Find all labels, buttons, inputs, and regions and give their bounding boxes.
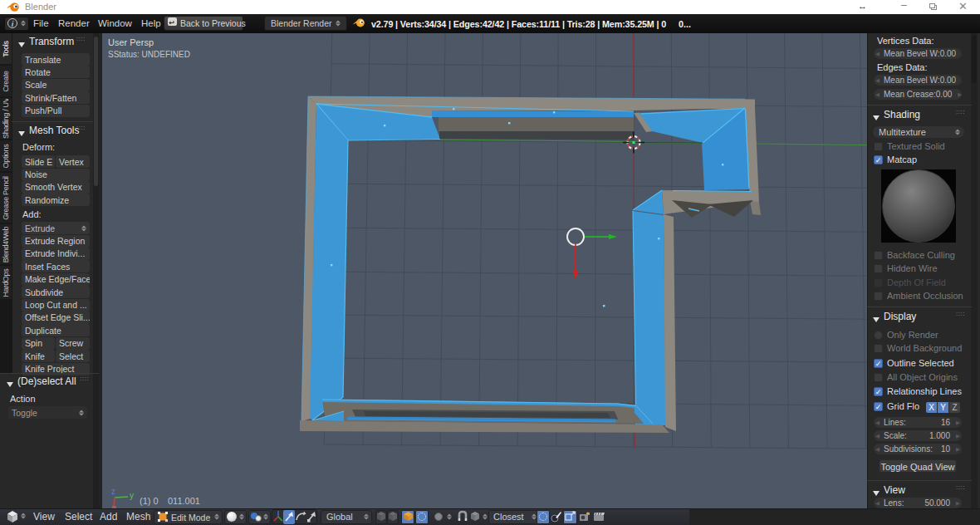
svg-text:y: y [130,491,134,500]
svg-text:z: z [111,487,115,496]
